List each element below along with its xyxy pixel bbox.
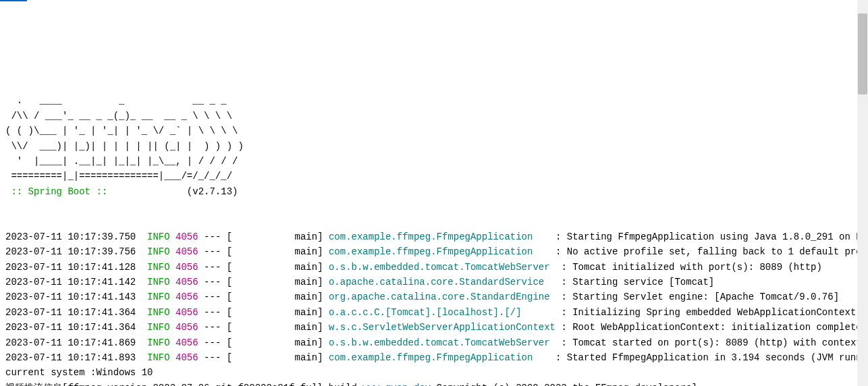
log-timestamp: 2023-07-11 10:17:41.893 — [5, 352, 136, 363]
log-logger: org.apache.catalina.core.StandardEngine — [329, 292, 555, 302]
vertical-scrollbar[interactable] — [857, 0, 868, 386]
system-info: current system :Windows 10 — [5, 367, 153, 378]
log-output: 2023-07-11 10:17:39.750 INFO 4056 --- [ … — [5, 214, 863, 386]
log-row: 2023-07-11 10:17:39.756 INFO 4056 --- [ … — [5, 244, 863, 259]
spring-boot-label: :: Spring Boot :: — [5, 186, 113, 197]
log-level: INFO — [147, 292, 170, 302]
log-separator: --- — [204, 352, 221, 363]
log-logger: o.s.b.w.embedded.tomcat.TomcatWebServer — [329, 262, 555, 273]
log-message: : Tomcat started on port(s): 8089 (http)… — [561, 337, 868, 348]
log-thread: [ main] — [227, 337, 323, 348]
log-timestamp: 2023-07-11 10:17:41.128 — [5, 262, 136, 273]
banner-line: ' |____| .__|_| |_|_| |_\__, | / / / / — [5, 156, 238, 167]
log-logger: com.example.ffmpeg.FfmpegApplication — [329, 352, 550, 363]
log-pid: 4056 — [175, 307, 198, 318]
log-separator: --- — [204, 231, 221, 242]
log-row: 2023-07-11 10:17:41.128 INFO 4056 --- [ … — [5, 260, 863, 275]
log-pid: 4056 — [175, 231, 198, 242]
log-level: INFO — [147, 262, 170, 273]
scrollbar-thumb[interactable] — [858, 13, 867, 94]
log-message: : No active profile set, falling back to… — [555, 246, 868, 257]
log-message: : Tomcat initialized with port(s): 8089 … — [561, 262, 821, 273]
log-message: : Started FfmpegApplication in 3.194 sec… — [555, 352, 868, 363]
log-thread: [ main] — [227, 231, 323, 242]
ffmpeg-prefix: 视频推流信息[ — [5, 383, 67, 386]
ffmpeg-text: Copyright (c) 2000-2023 the FFmpeg devel… — [431, 383, 697, 386]
log-pid: 4056 — [175, 322, 198, 333]
ffmpeg-output-line: 视频推流信息[ffmpeg version 2023-07-06-git-f00… — [5, 383, 697, 386]
banner-line: . ____ _ __ _ _ — [5, 95, 227, 106]
log-logger: w.s.c.ServletWebServerApplicationContext — [329, 322, 555, 333]
banner-line: ( ( )\___ | '_ | '_| | '_ \/ _` | \ \ \ … — [5, 126, 238, 136]
log-timestamp: 2023-07-11 10:17:41.364 — [5, 307, 136, 318]
log-level: INFO — [147, 246, 170, 257]
log-timestamp: 2023-07-11 10:17:41.143 — [5, 292, 136, 302]
log-level: INFO — [147, 277, 170, 287]
log-message: : Root WebApplicationContext: initializa… — [561, 322, 868, 333]
log-separator: --- — [204, 292, 221, 302]
log-row: 2023-07-11 10:17:41.364 INFO 4056 --- [ … — [5, 320, 863, 335]
spring-banner: . ____ _ __ _ _ /\\ / ___'_ __ _ _(_)_ _… — [5, 93, 863, 199]
log-separator: --- — [204, 322, 221, 333]
log-separator: --- — [204, 307, 221, 318]
log-timestamp: 2023-07-11 10:17:41.364 — [5, 322, 136, 333]
log-timestamp: 2023-07-11 10:17:39.750 — [5, 231, 136, 242]
banner-line: /\\ / ___'_ __ _ _(_)_ __ __ _ \ \ \ \ — [5, 111, 232, 121]
log-timestamp: 2023-07-11 10:17:41.142 — [5, 277, 136, 287]
log-pid: 4056 — [175, 352, 198, 363]
log-separator: --- — [204, 246, 221, 257]
log-level: INFO — [147, 231, 170, 242]
log-timestamp: 2023-07-11 10:17:39.756 — [5, 246, 136, 257]
log-pid: 4056 — [175, 337, 198, 348]
gyan-link[interactable]: www.gyan.dev — [362, 383, 431, 386]
log-row: 2023-07-11 10:17:41.143 INFO 4056 --- [ … — [5, 290, 863, 304]
log-row: 2023-07-11 10:17:41.142 INFO 4056 --- [ … — [5, 275, 863, 290]
ffmpeg-text: ffmpeg version 2023-07-06-git-f00222e81f… — [67, 383, 362, 386]
log-separator: --- — [204, 337, 221, 348]
log-separator: --- — [204, 262, 221, 273]
banner-line: \\/ ___)| |_)| | | | | || (_| | ) ) ) ) — [5, 141, 244, 152]
log-pid: 4056 — [175, 292, 198, 302]
log-separator: --- — [204, 277, 221, 287]
log-message: : Starting FfmpegApplication using Java … — [555, 231, 868, 242]
log-thread: [ main] — [227, 277, 323, 287]
log-logger: com.example.ffmpeg.FfmpegApplication — [329, 231, 550, 242]
log-level: INFO — [147, 322, 170, 333]
log-thread: [ main] — [227, 352, 323, 363]
log-thread: [ main] — [227, 307, 323, 318]
log-thread: [ main] — [227, 292, 323, 302]
log-row: 2023-07-11 10:17:41.869 INFO 4056 --- [ … — [5, 335, 863, 350]
log-row: 2023-07-11 10:17:41.364 INFO 4056 --- [ … — [5, 305, 863, 320]
log-logger: o.apache.catalina.core.StandardService — [329, 277, 555, 287]
log-message: : Starting service [Tomcat] — [561, 277, 714, 287]
log-level: INFO — [147, 337, 170, 348]
log-level: INFO — [147, 352, 170, 363]
banner-line: =========|_|==============|___/=/_/_/_/ — [5, 171, 232, 182]
log-thread: [ main] — [227, 322, 323, 333]
log-pid: 4056 — [175, 277, 198, 287]
log-level: INFO — [147, 307, 170, 318]
spring-version: (v2.7.13) — [113, 186, 238, 197]
log-pid: 4056 — [175, 262, 198, 273]
log-timestamp: 2023-07-11 10:17:41.869 — [5, 337, 136, 348]
log-pid: 4056 — [175, 246, 198, 257]
log-logger: o.s.b.w.embedded.tomcat.TomcatWebServer — [329, 337, 555, 348]
log-row: 2023-07-11 10:17:39.750 INFO 4056 --- [ … — [5, 229, 863, 244]
log-logger: o.a.c.c.C.[Tomcat].[localhost].[/] — [329, 307, 555, 318]
log-message: : Starting Servlet engine: [Apache Tomca… — [561, 292, 839, 302]
log-message: : Initializing Spring embedded WebApplic… — [561, 307, 856, 318]
loading-indicator — [0, 0, 27, 1]
log-row: 2023-07-11 10:17:41.893 INFO 4056 --- [ … — [5, 350, 863, 365]
log-thread: [ main] — [227, 262, 323, 273]
log-thread: [ main] — [227, 246, 323, 257]
log-logger: com.example.ffmpeg.FfmpegApplication — [329, 246, 550, 257]
